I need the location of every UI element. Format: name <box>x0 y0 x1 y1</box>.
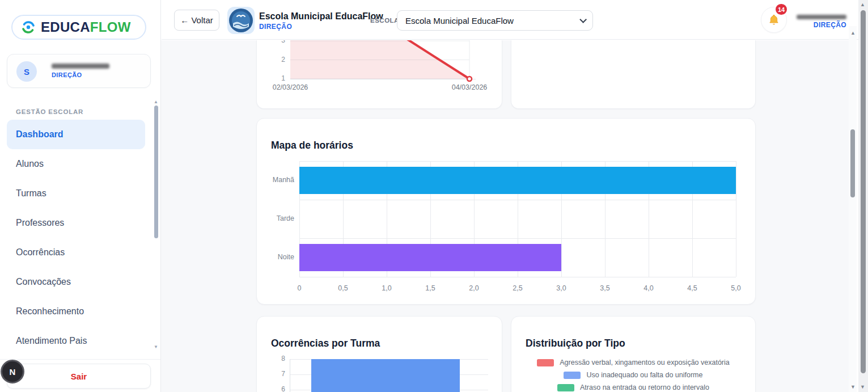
sidebar-scroll-up-icon[interactable]: ▲ <box>154 100 158 104</box>
ocorrencias-turma-chart: 876 <box>290 359 488 392</box>
line-y-tick: 3 <box>268 40 285 44</box>
sidebar-item-reconhecimento[interactable]: Reconhecimento <box>7 297 145 326</box>
distribuicao-tipo-title: Distribuição por Tipo <box>526 338 625 349</box>
school-role-label: DIREÇÃO <box>259 23 292 31</box>
grid-line <box>299 238 736 239</box>
legend-swatch <box>564 372 581 379</box>
educaflow-swirl-icon <box>21 20 36 35</box>
user-avatar: S <box>16 61 37 82</box>
mapa-x-tick: 0,5 <box>332 284 354 292</box>
legend-label: Atraso na entrada ou retorno do interval… <box>580 383 709 391</box>
school-logo <box>227 7 255 34</box>
app-window: EDUCAFLOW S DIREÇÃO GESTÃO ESCOLAR Dashb… <box>0 0 868 392</box>
sidebar-footer: Sair N <box>0 359 160 392</box>
turma-y-tick: 7 <box>273 370 285 378</box>
brand-wordmark: EDUCAFLOW <box>41 19 131 35</box>
grid-line <box>299 161 736 162</box>
ocorrencias-turma-title: Ocorrências por Turma <box>271 338 380 349</box>
line-chart <box>257 40 503 109</box>
sidebar-item-atendimento-pais[interactable]: Atendimento Pais <box>7 326 145 356</box>
mapa-x-tick: 3,0 <box>550 284 573 292</box>
school-select-label: ESCOLA <box>370 17 399 24</box>
distribuicao-tipo-card: Distribuição por Tipo Agressão verbal, x… <box>511 316 756 392</box>
grid-line <box>736 161 736 277</box>
mapa-category-label: Noite <box>257 253 294 261</box>
redacted-header-user-name <box>797 15 846 19</box>
sidebar-nav: DashboardAlunosTurmasProfessoresOcorrênc… <box>7 120 145 356</box>
content-scroll-down-icon[interactable]: ▼ <box>850 385 856 390</box>
mapa-category-label: Tarde <box>257 214 294 222</box>
sidebar-item-ocorrencias[interactable]: Ocorrências <box>7 238 145 267</box>
legend-label: Uso inadequado ou falta do uniforme <box>586 371 702 379</box>
legend-swatch <box>537 359 554 366</box>
line-y-tick: 2 <box>268 56 285 64</box>
line-x-tick: 04/03/2026 <box>444 83 495 91</box>
window-scrollbar[interactable]: ▲ ▼ <box>858 0 868 392</box>
sidebar-item-turmas[interactable]: Turmas <box>7 179 145 208</box>
mapa-x-tick: 2,5 <box>506 284 529 292</box>
logout-button[interactable]: Sair <box>71 372 87 381</box>
mapa-x-tick: 0 <box>288 284 311 292</box>
ocorrencias-turma-card: Ocorrências por Turma 876 <box>256 316 502 392</box>
legend-item: Uso inadequado ou falta do uniforme <box>511 369 755 381</box>
distribuicao-tipo-legend: Agressão verbal, xingamentos ou exposiçã… <box>511 356 755 392</box>
user-role-label: DIREÇÃO <box>52 71 82 78</box>
mapa-x-tick: 5,0 <box>725 284 747 292</box>
content-scrollbar[interactable]: ▲ ▼ <box>849 26 857 392</box>
mapa-x-tick: 1,0 <box>375 284 398 292</box>
mapa-x-tick: 3,5 <box>594 284 616 292</box>
sidebar-item-alunos[interactable]: Alunos <box>7 149 145 179</box>
header-user-role: DIREÇÃO <box>795 21 846 29</box>
mapa-x-tick: 4,0 <box>637 284 660 292</box>
bar-noite <box>299 244 561 271</box>
line-y-tick: 1 <box>268 74 285 82</box>
app-logo: EDUCAFLOW <box>11 15 146 40</box>
mapa-x-tick: 2,0 <box>463 284 485 292</box>
main-content: 321 02/03/202604/03/2026 Mapa de horário… <box>161 40 849 392</box>
school-name: Escola Municipal EducaFlow <box>259 11 383 22</box>
mapa-x-tick: 4,5 <box>681 284 704 292</box>
bar-manha <box>299 167 736 194</box>
footer-avatar[interactable]: N <box>1 360 24 383</box>
grid-line <box>299 200 736 200</box>
line-chart-card: 321 02/03/202604/03/2026 <box>256 40 502 109</box>
turma-y-tick: 6 <box>273 385 285 392</box>
window-scroll-down-icon[interactable]: ▼ <box>860 385 865 390</box>
sidebar-section-label: GESTÃO ESCOLAR <box>16 108 83 115</box>
legend-item: Atraso na entrada ou retorno do interval… <box>511 381 755 392</box>
legend-swatch <box>557 384 574 391</box>
redacted-user-name <box>52 64 109 69</box>
content-scroll-up-icon[interactable]: ▲ <box>850 31 856 36</box>
sidebar-scroll-down-icon[interactable]: ▼ <box>154 345 158 349</box>
window-scrollbar-thumb[interactable] <box>861 10 866 373</box>
sidebar: EDUCAFLOW S DIREÇÃO GESTÃO ESCOLAR Dashb… <box>0 0 161 392</box>
axis-line <box>290 359 290 392</box>
sidebar-item-dashboard[interactable]: Dashboard <box>7 120 145 149</box>
legend-item: Agressão verbal, xingamentos ou exposiçã… <box>511 356 755 369</box>
line-x-tick: 02/03/2026 <box>265 83 316 91</box>
notification-count-badge: 14 <box>774 3 788 16</box>
mapa-x-tick: 1,5 <box>419 284 442 292</box>
grid-line <box>299 277 736 277</box>
logout-card: Sair <box>7 364 151 389</box>
sidebar-item-convocacoes[interactable]: Convocações <box>7 267 145 297</box>
chevron-down-icon <box>579 16 587 23</box>
sidebar-item-professores[interactable]: Professores <box>7 208 145 238</box>
mapa-horarios-card: Mapa de horários ManhãTardeNoite 00,51,0… <box>256 118 756 305</box>
legend-label: Agressão verbal, xingamentos ou exposiçã… <box>560 359 729 366</box>
mapa-horarios-title: Mapa de horários <box>271 140 353 151</box>
empty-card <box>511 40 756 109</box>
turma-y-tick: 8 <box>273 355 285 363</box>
back-button[interactable]: ← Voltar <box>174 10 219 31</box>
sidebar-scrollbar-thumb[interactable] <box>154 106 158 238</box>
mapa-category-label: Manhã <box>257 176 294 184</box>
bar-turma <box>311 359 460 392</box>
school-select-value: Escola Municipal EducaFlow <box>405 16 514 26</box>
mapa-horarios-chart <box>299 161 736 277</box>
window-scroll-up-icon[interactable]: ▲ <box>860 2 865 7</box>
school-select[interactable]: Escola Municipal EducaFlow <box>397 10 593 31</box>
top-header: ← Voltar Escola Municipal EducaFlow DIRE… <box>162 0 858 40</box>
content-scrollbar-thumb[interactable] <box>850 129 855 197</box>
sidebar-user-card[interactable]: S DIREÇÃO <box>7 54 151 88</box>
